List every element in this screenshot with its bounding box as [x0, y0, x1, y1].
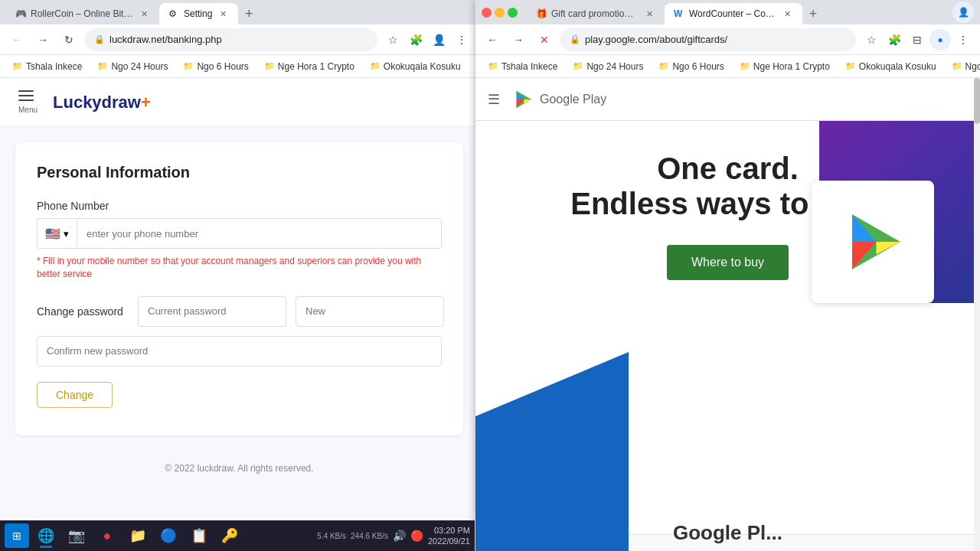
svg-marker-3	[524, 99, 531, 104]
tab-giftcard[interactable]: 🎁 Gift card promotions, where t... ✕	[527, 3, 665, 24]
minimize-window-button[interactable]	[495, 8, 505, 18]
new-tab-button-left[interactable]: +	[238, 3, 260, 24]
sidebar-right[interactable]: ⊟	[906, 29, 928, 51]
right-bookmark-icon-ngofours: 📁	[952, 61, 962, 71]
giftcard-favicon: 🎁	[536, 8, 547, 19]
taskbar-browser-icon: 🌐	[38, 527, 54, 544]
profile-circle-right[interactable]: ●	[929, 29, 951, 51]
current-password-input[interactable]	[138, 296, 286, 327]
right-bookmark-ngofours[interactable]: 📁 Ngo Fours	[946, 59, 980, 74]
right-bookmark-ngo6[interactable]: 📁 Ngo 6 Hours	[652, 59, 730, 74]
right-bookmark-ngofours-label: Ngo Fours	[965, 61, 980, 72]
profile-left[interactable]: 👤	[428, 29, 449, 51]
lock-icon-left: 🔒	[94, 34, 105, 44]
where-to-buy-button[interactable]: Where to buy	[667, 245, 789, 280]
rollercoin-favicon: 🎮	[15, 8, 26, 19]
left-page-content: Menu Luckydraw+ Personal Information Pho…	[0, 78, 479, 551]
taskbar-sys-tray: 5.4 KB/s 244.6 KB/s 🔊 🔴 03:20 PM 2022/09…	[317, 525, 470, 547]
new-password-input[interactable]	[296, 296, 444, 327]
menu-left[interactable]: ⋮	[451, 29, 472, 51]
logo-plus: +	[141, 93, 151, 112]
right-bookmark-icon-ngo24: 📁	[573, 61, 583, 71]
us-flag: 🇺🇸	[45, 227, 60, 241]
right-bookmark-okokuqala-label: Okokuqala Kosuku	[859, 61, 936, 72]
confirm-password-input[interactable]	[37, 336, 442, 367]
clock-time: 03:20 PM	[434, 525, 470, 536]
tab-rollercoin[interactable]: 🎮 RollerCoin – Online Bitcoin Mini... ✕	[6, 3, 159, 24]
taskbar-item-6[interactable]: 📋	[185, 522, 213, 549]
wordcounter-favicon: W	[674, 8, 684, 19]
bookmark-ngo6[interactable]: 📁 Ngo 6 Hours	[177, 59, 254, 74]
tab-wordcounter-close[interactable]: ✕	[781, 8, 793, 20]
maximize-window-button[interactable]	[508, 8, 518, 18]
gplay-logo-svg	[512, 89, 534, 110]
right-page-content: ☰ Google Play	[475, 78, 980, 551]
tab-wordcounter[interactable]: W WordCounter – Count Words ... ✕	[665, 3, 802, 24]
gplay-menu-icon[interactable]: ☰	[488, 91, 500, 108]
back-button-right[interactable]: ←	[482, 29, 503, 51]
left-toolbar-icons: ☆ 🧩 👤 ⋮	[382, 29, 472, 51]
right-scrollbar-thumb[interactable]	[974, 78, 980, 124]
tab-setting-close[interactable]: ✕	[217, 8, 229, 20]
bookmark-nge1-label: Nge Hora 1 Crypto	[278, 61, 354, 72]
forward-button-left[interactable]: →	[32, 29, 54, 51]
bookmark-okokuqala[interactable]: 📁 Okokuqala Kosuku	[364, 59, 467, 74]
country-select[interactable]: 🇺🇸 ▾	[37, 218, 77, 249]
clock-date: 2022/09/21	[428, 536, 470, 546]
google-play-bottom-text: Google Pl...	[673, 521, 782, 545]
start-button[interactable]: ⊞	[5, 523, 29, 548]
menu-hamburger[interactable]: Menu	[15, 87, 41, 117]
right-tab-bar: 🎁 Gift card promotions, where t... ✕ W W…	[527, 0, 824, 24]
new-tab-button-right[interactable]: +	[802, 3, 824, 24]
menu-right[interactable]: ⋮	[952, 29, 974, 51]
right-bookmarks-bar: 📁 Tshala Inkece 📁 Ngo 24 Hours 📁 Ngo 6 H…	[475, 55, 980, 78]
tab-giftcard-close[interactable]: ✕	[643, 8, 655, 20]
right-bookmark-icon-nge1: 📁	[740, 61, 750, 71]
forward-button-right[interactable]: →	[508, 29, 529, 51]
taskbar-item-4[interactable]: 📁	[124, 522, 152, 549]
bookmark-folder-icon-ngo24: 📁	[97, 61, 108, 71]
bookmark-star-right[interactable]: ☆	[861, 29, 882, 51]
change-button[interactable]: Change	[37, 382, 113, 408]
right-bookmark-ngo24[interactable]: 📁 Ngo 24 Hours	[567, 59, 649, 74]
right-profile-btn[interactable]: 👤	[952, 2, 974, 23]
tab-setting-label: Setting	[184, 8, 212, 19]
right-bookmark-ngo24-label: Ngo 24 Hours	[586, 61, 643, 72]
gplay-header: ☰ Google Play	[475, 78, 980, 121]
tab-wordcounter-label: WordCounter – Count Words ...	[689, 8, 776, 19]
bookmark-ngo24[interactable]: 📁 Ngo 24 Hours	[91, 59, 174, 74]
right-bookmark-tshala-label: Tshala Inkece	[501, 61, 557, 72]
gplay-play-icon-large	[838, 207, 907, 276]
bookmark-ngo24-label: Ngo 24 Hours	[111, 61, 168, 72]
taskbar-item-2[interactable]: 📷	[63, 522, 90, 549]
extensions-right[interactable]: 🧩	[884, 29, 905, 51]
address-bar-left[interactable]: 🔒 luckdraw.net/banking.php	[84, 28, 377, 51]
taskbar-item-icon-7: 🔑	[221, 527, 238, 544]
bookmark-star-left[interactable]: ☆	[382, 29, 403, 51]
bookmark-folder-icon-okokuqala: 📁	[370, 61, 381, 71]
right-bookmark-nge1[interactable]: 📁 Nge Hora 1 Crypto	[733, 59, 836, 74]
right-bookmark-okokuqala[interactable]: 📁 Okokuqala Kosuku	[839, 59, 942, 74]
bookmark-tshala[interactable]: 📁 Tshala Inkece	[6, 59, 88, 74]
address-text-right: play.google.com/about/giftcards/	[585, 34, 846, 45]
tab-setting[interactable]: ⚙ Setting ✕	[159, 3, 238, 24]
phone-hint: * Fill in your mobile number so that you…	[37, 255, 442, 281]
extensions-left[interactable]: 🧩	[405, 29, 426, 51]
reload-button-right[interactable]: ✕	[534, 29, 555, 51]
taskbar-item-3[interactable]: ●	[93, 522, 121, 549]
right-bookmark-tshala[interactable]: 📁 Tshala Inkece	[482, 59, 564, 74]
phone-input[interactable]	[77, 218, 442, 249]
phone-input-row: 🇺🇸 ▾	[37, 218, 442, 249]
back-button-left[interactable]: ←	[6, 29, 28, 51]
taskbar-item-7[interactable]: 🔑	[216, 522, 243, 549]
right-scrollbar[interactable]	[974, 78, 980, 551]
taskbar-item-5[interactable]: 🔵	[155, 522, 182, 549]
reload-button-left[interactable]: ↻	[58, 29, 80, 51]
address-bar-right[interactable]: 🔒 play.google.com/about/giftcards/	[560, 28, 856, 51]
tab-rollercoin-close[interactable]: ✕	[138, 8, 150, 20]
tab-giftcard-label: Gift card promotions, where t...	[551, 8, 639, 19]
right-browser: 🎁 Gift card promotions, where t... ✕ W W…	[475, 0, 980, 551]
bookmark-nge1[interactable]: 📁 Nge Hora 1 Crypto	[258, 59, 361, 74]
close-window-button[interactable]	[482, 8, 492, 18]
taskbar-browser-left[interactable]: 🌐	[32, 522, 60, 549]
